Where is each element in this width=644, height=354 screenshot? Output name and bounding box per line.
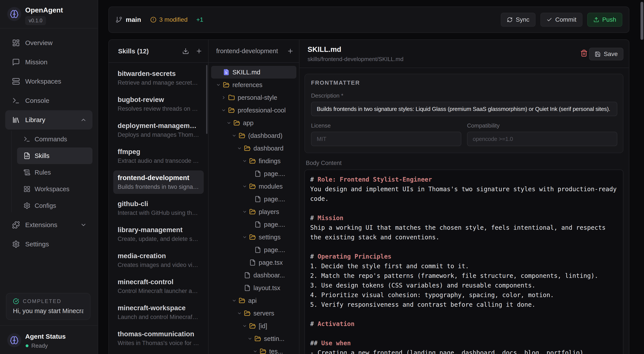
branch-name[interactable]: main — [126, 16, 141, 23]
code-line: # Role: Frontend Stylist-Engineer — [310, 175, 618, 184]
tree-row-page[interactable]: page.... — [211, 218, 296, 231]
chevron-down-icon — [237, 146, 242, 151]
file-icon — [249, 259, 256, 266]
skill-description: Writes in Thomas's voice for u... — [118, 340, 199, 347]
skills-scrollbar[interactable] — [206, 65, 208, 134]
editor-panel: SKILL.md skills/frontend-development/SKI… — [300, 40, 629, 354]
tree-item-label: SKILL.md — [232, 69, 260, 76]
delete-button[interactable] — [578, 48, 590, 59]
skills-list: bitwarden-secretsRetrieve and manage sec… — [109, 63, 208, 354]
chevron-down-icon — [242, 235, 247, 240]
sidebar-item-skills[interactable]: Skills — [17, 148, 92, 164]
sync-button[interactable]: Sync — [501, 13, 535, 27]
tree-row-api[interactable]: api — [211, 294, 296, 307]
tree-row-layout-tsx[interactable]: layout.tsx — [211, 282, 296, 294]
tree-row-dashboard[interactable]: (dashboard) — [211, 129, 296, 142]
tree-row-app[interactable]: app — [211, 117, 296, 129]
body-content-editor[interactable]: # Role: Frontend Stylist-EngineerYou des… — [304, 170, 624, 354]
tree-row-players[interactable]: players — [211, 205, 296, 218]
skill-item-deployment-management[interactable]: deployment-managementDeploys and manages… — [113, 118, 204, 142]
skill-item-ffmpeg[interactable]: ffmpegExtract audio and transcode M... — [113, 144, 204, 168]
skill-name: minecraft-control — [118, 278, 199, 286]
tree-row-page[interactable]: page.... — [211, 193, 296, 205]
folder-open-icon — [249, 183, 256, 190]
tree-row-references[interactable]: references — [211, 79, 296, 91]
skill-item-minecraft-control[interactable]: minecraft-controlControl Minecraft launc… — [113, 275, 204, 298]
tree-item-label: page.... — [264, 221, 285, 228]
sidebar-item-console[interactable]: Console — [5, 91, 92, 110]
code-line: 1. Decide the style first and commit to … — [310, 261, 618, 271]
description-input[interactable] — [311, 102, 617, 116]
sidebar-item-label: Settings — [25, 240, 49, 248]
compatibility-input[interactable] — [467, 132, 617, 146]
tree-row-page-tsx[interactable]: page.tsx — [211, 256, 296, 269]
sidebar-item-label: Rules — [34, 169, 51, 176]
save-button[interactable]: Save — [589, 48, 624, 60]
tree-row-dashboard[interactable]: dashboard — [211, 142, 296, 155]
tree-row-id[interactable]: [id] — [211, 320, 296, 332]
tree-row-skill-md[interactable]: SKILL.md — [211, 66, 296, 79]
markdown-hash: # — [310, 214, 314, 222]
sidebar-item-mission[interactable]: Mission — [5, 52, 92, 72]
commit-button[interactable]: Commit — [540, 13, 582, 27]
agent-status-card[interactable]: COMPLETED Hi, you may start Minecraft, c — [6, 293, 90, 320]
sidebar-item-commands[interactable]: Commands — [17, 131, 92, 148]
license-input[interactable] — [311, 132, 461, 146]
sidebar-item-label: Overview — [25, 39, 52, 47]
puzzle-icon — [12, 221, 20, 229]
skill-item-bitwarden-secrets[interactable]: bitwarden-secretsRetrieve and manage sec… — [113, 66, 204, 90]
skills-panel-header: Skills (12) — [109, 40, 208, 63]
tree-row-settin[interactable]: settin... — [211, 332, 296, 345]
tree-row-findings[interactable]: findings — [211, 155, 296, 167]
git-branch-icon — [116, 16, 122, 23]
page-scrollbar[interactable] — [640, 2, 643, 40]
description-label: Description * — [311, 92, 617, 99]
sidebar-item-settings[interactable]: Settings — [5, 234, 92, 254]
markdown-hash: # — [310, 176, 314, 183]
sidebar-item-workspaces[interactable]: Workspaces — [17, 181, 92, 197]
folder-icon — [228, 94, 235, 101]
tree-item-label: [id] — [259, 323, 267, 330]
skill-item-bugbot-review[interactable]: bugbot-reviewResolves review threads on … — [113, 92, 204, 116]
sidebar-item-extensions[interactable]: Extensions — [5, 215, 92, 234]
tree-row-modules[interactable]: modules — [211, 180, 296, 193]
code-line: - Creating a new frontend (landing page,… — [310, 348, 618, 354]
sidebar-item-rules[interactable]: Rules — [17, 164, 92, 181]
skill-item-github-cli[interactable]: github-cliInteract with GitHub using the… — [113, 196, 204, 220]
tree-row-servers[interactable]: servers — [211, 307, 296, 320]
tree-row-page[interactable]: page.... — [211, 243, 296, 256]
scroll-icon — [24, 169, 30, 176]
tree-item-label: dashboar... — [254, 272, 285, 279]
sidebar-item-library[interactable]: Library — [5, 110, 92, 130]
tree-row-professional-cool[interactable]: professional-cool — [211, 104, 296, 117]
sidebar-item-workspaces[interactable]: Workspaces — [5, 72, 92, 91]
add-skill-button[interactable] — [196, 48, 202, 54]
tree-item-label: layout.tsx — [254, 284, 280, 292]
skill-item-thomas-communication[interactable]: thomas-communicationWrites in Thomas's v… — [113, 327, 204, 350]
import-skill-button[interactable] — [182, 48, 189, 54]
tree-row-dashboar[interactable]: dashboar... — [211, 269, 296, 282]
skill-item-media-creation[interactable]: media-creationCreates images and video v… — [113, 249, 204, 272]
skill-name: bitwarden-secrets — [118, 70, 199, 78]
push-button[interactable]: Push — [587, 13, 622, 27]
skill-item-frontend-development[interactable]: frontend-developmentBuilds frontends in … — [113, 171, 204, 194]
skill-description: Retrieve and manage secrets u... — [118, 79, 199, 86]
skill-item-minecraft-workspace[interactable]: minecraft-workspaceLaunch and control Mi… — [113, 301, 204, 324]
tree-row-page[interactable]: page.... — [211, 167, 296, 180]
terminal-icon — [12, 97, 20, 105]
sidebar-footer: Agent Status Ready — [0, 325, 98, 354]
markdown-hash: # — [310, 253, 314, 260]
tree-item-label: page.... — [264, 195, 285, 203]
tree-row-settings[interactable]: settings — [211, 231, 296, 243]
tree-row-tes[interactable]: tes... — [211, 345, 296, 354]
tree-item-label: tes... — [269, 348, 283, 354]
sidebar-item-overview[interactable]: Overview — [5, 33, 92, 52]
skill-name: minecraft-workspace — [118, 304, 199, 312]
skill-description: Create, update, and delete skill... — [118, 236, 199, 242]
tree-row-personal-style[interactable]: personal-style — [211, 91, 296, 104]
skill-name: deployment-management — [118, 122, 199, 130]
skill-item-library-management[interactable]: library-managementCreate, update, and de… — [113, 222, 204, 246]
add-file-button[interactable] — [287, 48, 294, 54]
sidebar-item-configs[interactable]: Configs — [17, 197, 92, 214]
chevron-down-icon — [221, 108, 226, 113]
